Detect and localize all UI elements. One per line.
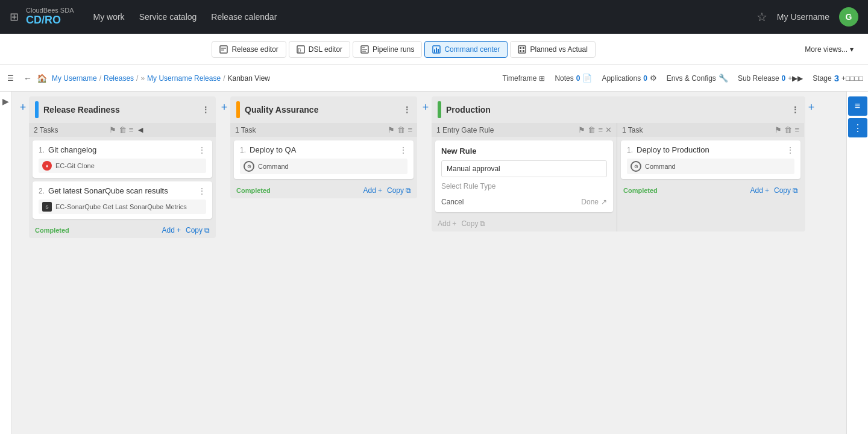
add-before-release-readiness-btn[interactable]: + [17, 96, 29, 114]
star-icon[interactable]: ☆ [756, 10, 767, 24]
qa-add-icon: + [378, 186, 382, 195]
production-color-bar [438, 101, 441, 118]
task-deploy-qa-plugin: ⊙ Command [240, 159, 407, 174]
sonar-icon: S [42, 202, 52, 212]
back-btn[interactable]: ← [24, 74, 32, 83]
gate-add-btn[interactable]: Add + [438, 219, 456, 228]
release-readiness-menu-btn[interactable]: ⋮ [201, 105, 210, 115]
nav-links: My work Service catalog Release calendar [93, 12, 756, 22]
release-readiness-copy-btn[interactable]: Copy ⧉ [186, 226, 210, 234]
qa-flag-icon[interactable]: ⚑ [388, 125, 395, 134]
task-deploy-prod-menu-btn[interactable]: ⋮ [786, 145, 794, 155]
task-deploy-qa-menu-btn[interactable]: ⋮ [399, 145, 407, 155]
prod-flag-icon[interactable]: ⚑ [775, 125, 782, 134]
qa-copy-icon: ⧉ [406, 186, 411, 195]
notes-btn[interactable]: Notes 0 📄 [555, 74, 592, 83]
task-flag-icon[interactable]: ⚑ [109, 125, 116, 134]
pipeline-icon [360, 45, 369, 54]
gate-rule-card: New Rule Select Rule Type Cancel Done ↗ [435, 140, 613, 212]
task-deploy-prod-name: Deploy to Production [637, 145, 782, 154]
envs-btn[interactable]: Envs & Configs 🔧 [667, 74, 728, 83]
task-sonarqube-menu-btn[interactable]: ⋮ [198, 186, 206, 196]
stage-btn[interactable]: Stage 3 +□□□□ [813, 73, 863, 83]
copy-icon: ⧉ [204, 226, 210, 234]
qa-copy-btn[interactable]: Copy ⧉ [387, 186, 411, 195]
gate-rule-actions: Cancel Done ↗ [441, 198, 607, 206]
production-footer: Completed Add + Copy ⧉ [617, 183, 804, 198]
command-center-btn[interactable]: Command center [424, 41, 508, 58]
grid-icon[interactable]: ⊞ [10, 10, 19, 24]
column-production-header: Production ⋮ [432, 96, 805, 123]
dsl-editor-btn[interactable]: {} DSL editor [289, 41, 350, 58]
production-menu-btn[interactable]: ⋮ [791, 105, 799, 115]
qa-delete-icon[interactable]: 🗑 [397, 125, 405, 134]
subrelease-btn[interactable]: Sub Release 0 +▶▶ [738, 74, 803, 83]
task-git-changelog-plugin: ♦ EC-Git Clone [39, 159, 206, 173]
gate-cancel-btn[interactable]: Cancel [441, 198, 464, 206]
task-delete-icon[interactable]: 🗑 [119, 125, 127, 134]
task-git-changelog: 1. Git changelog ⋮ ♦ EC-Git Clone [33, 140, 212, 178]
brand-top: CloudBees SDA [26, 7, 74, 14]
task-sonarqube-name: Get latest SonarQube scan results [48, 186, 194, 195]
edit-icon [219, 45, 228, 54]
subrelease-label: Sub Release [738, 74, 779, 83]
left-toggle-btn[interactable]: ▶ [0, 92, 12, 434]
brand-bottom: CD/RO [26, 14, 74, 27]
command-icon-qa: ⊙ [244, 161, 254, 172]
qa-status: Completed [236, 187, 271, 194]
stage-count: 3 [834, 73, 839, 83]
task-git-changelog-menu-btn[interactable]: ⋮ [198, 145, 206, 155]
add-before-qa-btn[interactable]: + [218, 96, 230, 114]
right-sidebar-lines-btn[interactable]: ≡ [848, 96, 867, 116]
right-sidebar-dots-btn[interactable]: ⋮ [848, 118, 867, 137]
nav-release-calendar[interactable]: Release calendar [211, 12, 277, 22]
qa-menu-btn[interactable]: ⋮ [403, 105, 411, 115]
gate-list-icon[interactable]: ≡ [598, 125, 603, 134]
task-sonarqube-num: 2. [39, 187, 45, 195]
avatar: G [839, 7, 858, 27]
gate-flag-icon[interactable]: ⚑ [578, 125, 585, 134]
breadcrumb-release[interactable]: My Username Release [147, 74, 221, 83]
bar-chart-icon [432, 45, 441, 54]
menu-icon[interactable]: ☰ [2, 74, 19, 83]
svg-rect-10 [434, 49, 435, 52]
envs-icon: 🔧 [719, 74, 728, 83]
svg-rect-14 [520, 47, 521, 49]
right-sidebar: ≡ ⋮ [846, 92, 868, 434]
prod-list-icon[interactable]: ≡ [794, 125, 799, 134]
nav-my-work[interactable]: My work [93, 12, 125, 22]
breadcrumb-releases[interactable]: Releases [104, 74, 134, 83]
nav-service-catalog[interactable]: Service catalog [139, 12, 197, 22]
task-deploy-prod-num: 1. [627, 146, 633, 154]
qa-list-icon[interactable]: ≡ [407, 125, 412, 134]
task-list-icon[interactable]: ≡ [129, 125, 134, 134]
gate-rule-name-input[interactable] [441, 160, 607, 177]
qa-color-bar [236, 101, 240, 118]
production-inner: 1 Entry Gate Rule ⚑ 🗑 ≡ ✕ New Rule [432, 123, 805, 231]
add-before-production-btn[interactable]: + [420, 96, 432, 114]
qa-add-btn[interactable]: Add + [363, 186, 382, 195]
production-copy-btn[interactable]: Copy ⧉ [774, 186, 798, 195]
applications-btn[interactable]: Applications 0 ⚙ [602, 74, 656, 83]
prod-delete-icon[interactable]: 🗑 [784, 125, 792, 134]
release-editor-btn[interactable]: Release editor [212, 41, 286, 58]
task-sonarqube: 2. Get latest SonarQube scan results ⋮ S… [33, 181, 212, 219]
production-add-btn[interactable]: Add + [750, 186, 769, 195]
gate-done-btn[interactable]: Done ↗ [581, 198, 607, 206]
add-after-production-btn[interactable]: + [805, 96, 817, 114]
task-git-changelog-header: 1. Git changelog ⋮ [39, 145, 206, 155]
pipeline-runs-btn[interactable]: Pipeline runs [353, 41, 422, 58]
timeframe-btn[interactable]: Timeframe ⊞ [502, 74, 545, 83]
gate-rule-type-select[interactable]: Select Rule Type [441, 182, 607, 190]
gate-copy-btn[interactable]: Copy ⧉ [461, 219, 485, 228]
release-readiness-add-btn[interactable]: Add + [162, 226, 181, 234]
breadcrumb-bar: ☰ ← 🏠 My Username / Releases / » My User… [0, 65, 868, 92]
stage-release-readiness: + Release Readiness ⋮ 2 Tasks ⚑ 🗑 ≡ ◀ [17, 96, 216, 238]
planned-vs-actual-btn[interactable]: Planned vs Actual [510, 41, 595, 58]
gate-close-icon[interactable]: ✕ [605, 125, 612, 134]
breadcrumb-username[interactable]: My Username [52, 74, 97, 83]
task-deploy-qa: 1. Deploy to QA ⋮ ⊙ Command [234, 140, 414, 179]
more-views-btn[interactable]: More views... ▾ [800, 42, 858, 57]
gate-delete-icon[interactable]: 🗑 [588, 125, 596, 134]
collapse-tasks-btn[interactable]: ◀ [138, 126, 211, 134]
